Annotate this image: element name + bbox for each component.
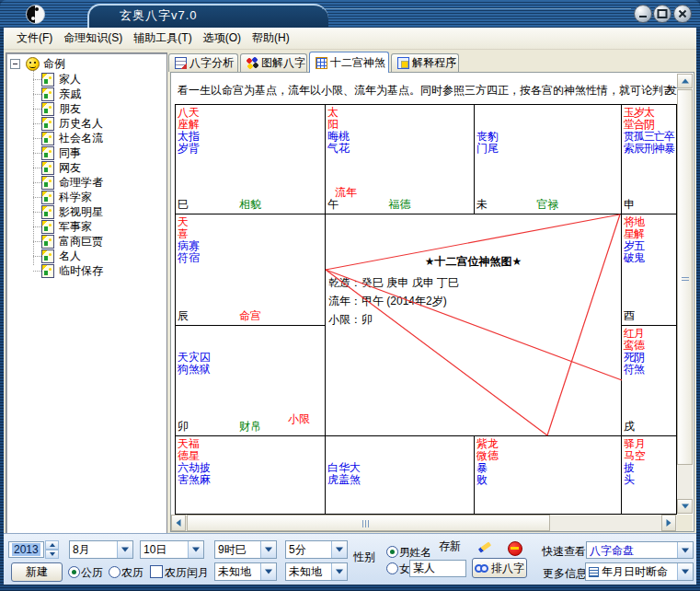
- title-bar: 玄奥八字v7.0: [0, 0, 700, 28]
- tab-tujie-bazi[interactable]: 图解八字: [240, 53, 307, 72]
- tree-item-label: 科学家: [59, 190, 92, 205]
- case-folder-icon: [41, 117, 54, 131]
- tree-item-scientists[interactable]: 科学家: [41, 190, 92, 204]
- stop-sign-icon[interactable]: [508, 541, 522, 556]
- year-up-button[interactable]: [45, 540, 59, 550]
- solar-calendar-label[interactable]: 公历: [81, 565, 103, 581]
- tree-item-numerologists[interactable]: 命理学者: [41, 175, 103, 190]
- star-red: [178, 328, 325, 340]
- tree-item-label: 同事: [59, 145, 81, 161]
- tree-collapse-icon[interactable]: [10, 59, 20, 69]
- palace-cell-you: 将地 星解 岁五 破鬼 酉: [622, 214, 677, 326]
- palace-cell-xu: 红月 鸾德 死阴 符煞 戌: [622, 326, 677, 436]
- scroll-left-button[interactable]: [171, 515, 186, 531]
- menu-tools[interactable]: 辅助工具(T): [128, 29, 197, 48]
- tree-item-tycoons[interactable]: 富商巨贾: [41, 234, 103, 249]
- chevron-down-icon[interactable]: [677, 563, 693, 580]
- year-input[interactable]: 2013: [8, 541, 44, 558]
- horizontal-scroll-thumb[interactable]: [187, 515, 550, 531]
- tree-item-label: 朋友: [59, 101, 81, 117]
- tree-item-military[interactable]: 军事家: [41, 219, 92, 234]
- star-red: 喜: [178, 228, 325, 240]
- place1-select[interactable]: 未知地: [214, 562, 277, 581]
- minute-value: 5分: [289, 542, 331, 557]
- tab-bazi-analysis[interactable]: 八字分析: [168, 53, 238, 72]
- tab-label: 解释程序: [412, 55, 456, 71]
- hour-select[interactable]: 9时巳: [214, 540, 277, 559]
- paipan-button-label: 排八字: [491, 561, 524, 576]
- tree-item-celebrities[interactable]: 社会名流: [41, 131, 103, 145]
- save-new-label[interactable]: 存新: [439, 539, 461, 554]
- chevron-down-icon[interactable]: [188, 541, 203, 558]
- palace-cell-chen: 天 喜 病寡 符宿 辰 命宫: [176, 214, 326, 326]
- paipan-button[interactable]: 排八字: [472, 558, 527, 578]
- month-select[interactable]: 8月: [69, 540, 133, 559]
- name-input[interactable]: 某人: [409, 560, 466, 577]
- vertical-scrollbar[interactable]: [677, 74, 693, 514]
- quick-view-select[interactable]: 八字命盘: [586, 541, 694, 559]
- male-radio[interactable]: [386, 546, 398, 558]
- tree-root-mingli[interactable]: 命例: [10, 56, 65, 71]
- chart-title: ★十二宫位神煞图★: [326, 254, 621, 270]
- lunar-calendar-radio[interactable]: [109, 566, 120, 578]
- new-button[interactable]: 新建: [11, 562, 63, 582]
- chevron-down-icon[interactable]: [260, 563, 276, 580]
- tree-item-family[interactable]: 家人: [41, 72, 81, 87]
- scroll-up-button[interactable]: [677, 74, 693, 88]
- scroll-right-button[interactable]: [661, 515, 676, 531]
- minimize-button[interactable]: [634, 5, 652, 23]
- tab-explain-program[interactable]: 解释程序: [391, 53, 459, 72]
- star-blue: 符宿: [178, 252, 325, 264]
- tree-item-historical[interactable]: 历史名人: [41, 116, 103, 131]
- chevron-down-icon[interactable]: [677, 542, 693, 558]
- list-icon: [589, 567, 599, 577]
- chevron-down-icon[interactable]: [331, 541, 347, 558]
- chevron-down-icon[interactable]: [260, 541, 276, 558]
- minute-select[interactable]: 5分: [285, 540, 348, 559]
- more-info-value: 年月日时断命: [602, 564, 677, 579]
- menu-file[interactable]: 文件(F): [11, 29, 58, 48]
- maximize-button[interactable]: [653, 5, 671, 23]
- tree-item-temp-save[interactable]: 临时保存: [41, 263, 103, 278]
- tab-twelve-palace-shensha[interactable]: 十二宫神煞: [309, 52, 389, 73]
- tree-item-netfriends[interactable]: 网友: [41, 160, 81, 175]
- new-button-label: 新建: [26, 564, 48, 580]
- female-radio[interactable]: [386, 562, 398, 574]
- titlebar-stripe: [322, 8, 631, 9]
- year-down-button[interactable]: [45, 550, 59, 559]
- menu-options[interactable]: 选项(O): [198, 29, 247, 48]
- palace-cell-shen: 玉岁太 堂合阴 贯孤三亡卒 索辰刑神暴 申: [622, 105, 677, 214]
- vertical-scroll-thumb[interactable]: [677, 89, 693, 465]
- edit-pencil-icon[interactable]: [477, 539, 492, 554]
- day-select[interactable]: 10日: [140, 540, 204, 559]
- star-red: 微德: [476, 450, 621, 462]
- chevron-down-icon[interactable]: [117, 541, 132, 558]
- tree-item-colleagues[interactable]: 同事: [41, 145, 81, 160]
- solar-calendar-radio[interactable]: [68, 566, 80, 578]
- tab-label: 十二宫神煞: [330, 55, 385, 71]
- palace-cell-zi: 紫龙 微德 暴 败: [475, 436, 622, 515]
- more-info-label: 更多信息: [543, 566, 587, 582]
- chevron-down-icon[interactable]: [331, 563, 347, 580]
- twelve-palace-grid: 八天 座解 太指 岁背 巳 相貌 太 阳 晦桃 气花 流年 午 福德 丧豹 门尾…: [175, 104, 678, 516]
- scroll-down-button[interactable]: [677, 499, 693, 514]
- leap-month-label[interactable]: 农历闰月: [165, 565, 209, 581]
- diagram-color-icon: [247, 57, 258, 69]
- case-folder-icon: [41, 146, 54, 160]
- tree-item-famous[interactable]: 名人: [41, 249, 81, 263]
- grid-table-icon: [316, 57, 327, 69]
- tree-item-movie-stars[interactable]: 影视明星: [41, 204, 103, 219]
- menu-help[interactable]: 帮助(H): [247, 29, 295, 48]
- lunar-calendar-label[interactable]: 农历: [121, 565, 143, 581]
- tree-root-label: 命例: [43, 56, 65, 72]
- place2-select[interactable]: 未知地: [285, 562, 348, 581]
- tab-label: 图解八字: [261, 55, 305, 71]
- more-info-select[interactable]: 年月日时断命: [585, 562, 694, 581]
- leap-month-checkbox[interactable]: [150, 565, 163, 578]
- tree-item-friends[interactable]: 朋友: [41, 101, 81, 116]
- menu-knowledge[interactable]: 命理知识(S): [58, 29, 128, 48]
- tree-item-relatives[interactable]: 亲戚: [41, 87, 81, 101]
- horizontal-scrollbar[interactable]: [171, 515, 677, 531]
- close-button[interactable]: [673, 5, 692, 23]
- case-folder-icon: [41, 73, 54, 87]
